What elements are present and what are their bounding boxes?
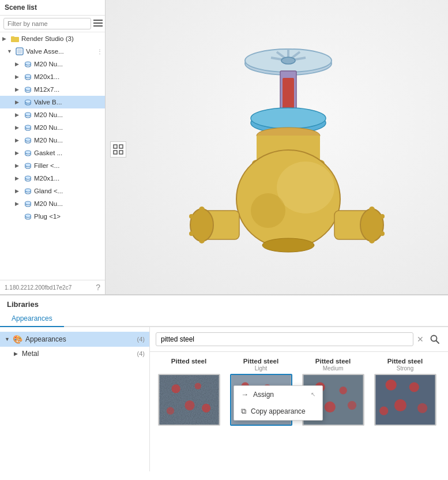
tree-item-gasket[interactable]: ▶ Gasket ... [0,147,105,159]
search-button[interactable] [427,332,442,347]
svg-point-83 [194,382,201,389]
chevron-icon: ▶ [15,112,23,118]
svg-point-82 [171,384,180,393]
svg-point-64 [199,238,205,243]
svg-point-73 [262,238,314,252]
svg-point-60 [251,193,285,228]
tree-item-m20-nu-3[interactable]: ▶ M20 Nu... [0,121,105,134]
metal-count: (4) [137,350,145,357]
material-sublabel: Strong [397,365,413,372]
tree-item-m20x1-1[interactable]: ▶ M20x1... [0,70,105,83]
tree-item-m20-nu-5[interactable]: ▶ M20 Nu... [0,197,105,210]
scene-filter-row [0,16,105,32]
lib-content: ✕ Pitted steel [150,327,448,471]
valve-b-label: Valve B... [34,99,62,106]
svg-rect-42 [283,78,294,112]
tree-item-m20-nu-2[interactable]: ▶ M20 Nu... [0,108,105,121]
appearances-count: (4) [137,336,145,343]
lib-tree-item-appearances[interactable]: ▼ 🎨 Appearances (4) [0,332,149,347]
svg-point-26 [25,176,31,179]
gasket-label: Gasket ... [34,149,62,156]
assembly-icon [15,47,24,56]
material-card-1[interactable]: Pitted steel [156,358,222,426]
part-icon [23,97,32,107]
chevron-icon: ▶ [15,61,23,67]
material-card-2[interactable]: Pitted steel Light [228,358,294,426]
tree-item-valve-asse[interactable]: ▼ Valve Asse... ⋮ [0,45,105,58]
svg-point-32 [25,214,31,217]
chevron-icon: ▶ [15,125,23,130]
m12x7-label: M12x7... [34,86,59,93]
part-icon [23,136,32,145]
svg-point-103 [417,403,427,413]
svg-point-63 [199,207,205,212]
svg-point-95 [339,387,347,394]
part-icon [23,186,32,196]
scene-title: Scene list [0,0,105,16]
svg-point-66 [189,231,194,236]
valve-asse-label: Valve Asse... [26,48,64,55]
part-icon [23,161,32,170]
svg-point-20 [25,138,31,141]
folder-icon [10,34,20,43]
tree-item-m20-nu-1[interactable]: ▶ M20 Nu... [0,58,105,70]
context-menu-copy-appearance[interactable]: ⧉ Copy appearance [234,403,322,420]
chevron-icon: ▶ [15,163,23,168]
svg-point-30 [25,201,31,205]
search-input[interactable] [156,332,413,346]
svg-point-65 [189,214,194,219]
svg-point-18 [25,125,31,129]
svg-rect-76 [114,151,117,154]
chevron-icon: ▶ [15,137,23,143]
m20-nu-4-label: M20 Nu... [34,137,63,144]
material-sublabel [188,365,190,372]
fit-view-button[interactable] [110,141,126,158]
chevron-icon: ▶ [2,36,10,42]
materials-grid: Pitted steel [150,352,448,432]
svg-point-28 [25,189,31,192]
libraries-tabs: Appearances [0,311,448,327]
svg-rect-77 [119,151,123,154]
svg-point-59 [277,162,334,213]
tree-item-plug[interactable]: ▶ Plug <1> [0,210,105,223]
tree-item-m12x7[interactable]: ▶ M12x7... [0,83,105,96]
svg-rect-81 [159,375,219,425]
tree-item-m20x1-2[interactable]: ▶ M20x1... [0,172,105,185]
material-label: Pitted steel [171,358,206,365]
svg-point-102 [394,399,406,411]
tree-item-filler[interactable]: ▶ Filler <... [0,159,105,172]
svg-point-62 [190,209,213,241]
viewport [106,0,448,294]
material-sublabel: Medium [323,365,344,372]
context-menu-assign[interactable]: → Assign ↖ [234,386,322,403]
svg-point-22 [25,151,31,154]
m20-nu-3-label: M20 Nu... [34,124,63,131]
part-icon [23,110,32,119]
svg-point-69 [369,207,375,212]
svg-rect-0 [93,20,103,21]
material-label: Pitted steel [387,358,423,365]
help-icon[interactable]: ? [96,283,100,292]
svg-point-96 [324,402,335,412]
svg-rect-4 [11,36,14,38]
material-card-4[interactable]: Pitted steel Strong [372,358,438,426]
tab-appearances[interactable]: Appearances [0,311,64,327]
filter-input[interactable] [3,18,91,29]
svg-point-50 [251,108,326,129]
chevron-icon: ▶ [15,99,23,105]
chevron-icon: ▶ [15,74,23,80]
m20-nu-1-label: M20 Nu... [34,61,63,68]
appearances-label: Appearances [25,335,137,343]
tree-item-gland[interactable]: ▶ Gland <... [0,185,105,197]
tree-item-m20-nu-4[interactable]: ▶ M20 Nu... [0,134,105,147]
search-clear-icon[interactable]: ✕ [417,335,424,344]
tree-item-root[interactable]: ▶ Render Studio (3) [0,32,105,45]
list-view-icon[interactable] [93,18,103,29]
chevron-icon: ▶ [15,188,23,194]
libraries-title: Libraries [0,295,448,309]
assign-icon: → [241,390,249,399]
tree-item-valve-b[interactable]: ▶ Valve B... [0,96,105,108]
lib-tree-item-metal[interactable]: ▶ Metal (4) [0,347,149,361]
options-icon[interactable]: ⋮ [97,48,103,55]
scene-panel: Scene list ▶ Render Studio (3) ▼ Valve A [0,0,106,294]
